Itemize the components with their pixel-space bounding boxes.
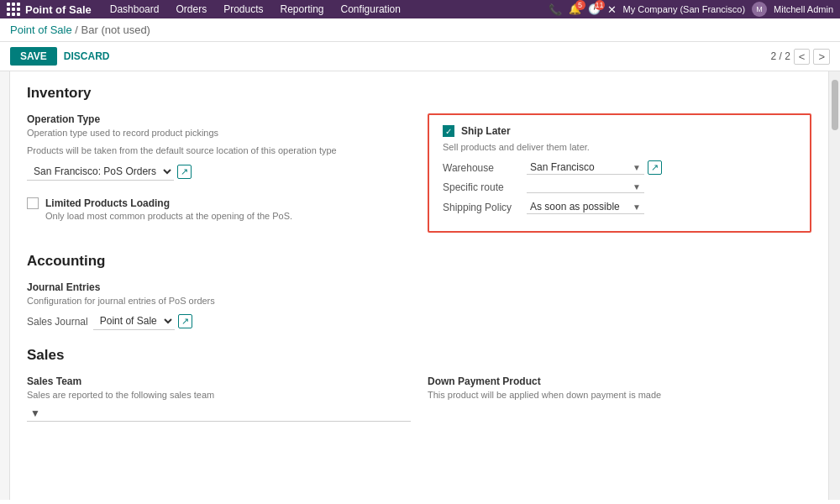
specific-route-field: Specific route ▼ xyxy=(443,181,796,193)
limited-products-checkbox[interactable] xyxy=(27,197,39,209)
ship-later-desc: Sell products and deliver them later. xyxy=(443,142,796,152)
limited-products-label: Limited Products Loading xyxy=(45,197,292,209)
navbar: Point of Sale Dashboard Orders Products … xyxy=(0,0,840,18)
warehouse-field: Warehouse San Francisco ▼ ↗ xyxy=(443,160,796,175)
warehouse-value-wrapper[interactable]: San Francisco ▼ xyxy=(527,160,644,175)
nav-configuration[interactable]: Configuration xyxy=(333,0,409,18)
save-button[interactable]: SAVE xyxy=(10,47,57,66)
breadcrumb-separator: / xyxy=(72,24,81,36)
operation-type-desc1: Operation type used to record product pi… xyxy=(27,127,411,139)
sales-journal-select-wrapper: Point of Sale ↗ xyxy=(93,312,192,330)
ship-later-box: Ship Later Sell products and deliver the… xyxy=(428,113,811,233)
inventory-title: Inventory xyxy=(27,85,811,102)
pagination-label: 2 / 2 xyxy=(770,50,790,62)
sales-team-label: Sales Team xyxy=(27,375,411,387)
close-icon[interactable]: ✕ xyxy=(607,3,617,16)
down-payment-label: Down Payment Product xyxy=(428,375,811,387)
inventory-section: Inventory Operation Type Operation type … xyxy=(27,85,811,233)
inventory-grid: Operation Type Operation type used to re… xyxy=(27,113,811,233)
right-sidebar xyxy=(828,71,840,500)
user-name: Mitchell Admin xyxy=(774,4,833,14)
sales-journal-label: Sales Journal xyxy=(27,316,88,328)
toolbar-right: 2 / 2 < > xyxy=(770,49,830,65)
warehouse-label: Warehouse xyxy=(443,162,527,174)
warehouse-dropdown-arrow: ▼ xyxy=(633,163,641,172)
prev-button[interactable]: < xyxy=(794,49,811,65)
notification-badge: 5 xyxy=(575,0,585,10)
ship-later-title: Ship Later xyxy=(461,125,511,137)
limited-products-row: Limited Products Loading Only load most … xyxy=(27,197,411,221)
limited-products-desc: Only load most common products at the op… xyxy=(45,211,292,221)
phone-icon[interactable]: 📞 xyxy=(549,3,562,16)
down-payment-group: Down Payment Product This product will b… xyxy=(428,375,811,421)
sales-title: Sales xyxy=(27,347,811,364)
notification-icon[interactable]: 🔔 5 xyxy=(569,3,581,15)
left-sidebar xyxy=(0,71,10,500)
operation-type-group: Operation Type Operation type used to re… xyxy=(27,113,411,233)
nav-products[interactable]: Products xyxy=(215,0,271,18)
limited-products-info: Limited Products Loading Only load most … xyxy=(45,197,292,221)
breadcrumb-current: Bar (not used) xyxy=(81,24,150,36)
sales-section: Sales Sales Team Sales are reported to t… xyxy=(27,347,811,433)
operation-type-label: Operation Type xyxy=(27,113,411,125)
next-button[interactable]: > xyxy=(813,49,830,65)
journal-entries-desc: Configuration for journal entries of PoS… xyxy=(27,295,811,307)
brand-label: Point of Sale xyxy=(25,3,92,16)
sales-grid: Sales Team Sales are reported to the fol… xyxy=(27,375,811,433)
sales-journal-link[interactable]: ↗ xyxy=(178,314,192,328)
down-payment-desc: This product will be applied when down p… xyxy=(428,389,811,402)
sales-team-arrow: ▼ xyxy=(30,407,40,419)
accounting-section: Accounting Journal Entries Configuration… xyxy=(27,253,811,330)
grid-icon xyxy=(7,3,20,16)
sales-journal-row: Sales Journal Point of Sale ↗ xyxy=(27,312,811,330)
navbar-right: 📞 🔔 5 🕐 11 ✕ My Company (San Francisco) … xyxy=(549,2,833,17)
shipping-policy-field: Shipping Policy As soon as possible ▼ xyxy=(443,200,796,214)
discard-button[interactable]: DISCARD xyxy=(64,50,110,62)
avatar[interactable]: M xyxy=(752,2,767,17)
shipping-policy-value: As soon as possible xyxy=(530,201,620,213)
nav-reporting[interactable]: Reporting xyxy=(272,0,333,18)
warehouse-link[interactable]: ↗ xyxy=(648,160,662,175)
operation-type-desc2: Products will be taken from the default … xyxy=(27,144,411,157)
operation-type-select[interactable]: San Francisco: PoS Orders xyxy=(27,163,174,181)
sales-team-desc: Sales are reported to the following sale… xyxy=(27,389,411,402)
accounting-title: Accounting xyxy=(27,253,811,270)
nav-orders[interactable]: Orders xyxy=(167,0,215,18)
sales-team-select[interactable]: ▼ xyxy=(27,407,411,422)
warehouse-value: San Francisco xyxy=(530,161,595,173)
toolbar: SAVE DISCARD 2 / 2 < > xyxy=(0,42,840,71)
specific-route-arrow: ▼ xyxy=(633,182,641,192)
navbar-brand[interactable]: Point of Sale xyxy=(7,3,92,16)
company-name: My Company (San Francisco) xyxy=(623,4,746,14)
operation-type-field: Operation Type Operation type used to re… xyxy=(27,113,411,181)
navbar-menu: Dashboard Orders Products Reporting Conf… xyxy=(102,0,549,18)
shipping-policy-arrow: ▼ xyxy=(633,202,641,212)
operation-type-link[interactable]: ↗ xyxy=(177,165,192,179)
shipping-policy-label: Shipping Policy xyxy=(443,202,527,213)
shipping-policy-value-wrapper[interactable]: As soon as possible ▼ xyxy=(527,200,644,214)
scrollbar-thumb[interactable] xyxy=(832,80,838,130)
clock-icon[interactable]: 🕐 11 xyxy=(588,3,601,15)
ship-later-checkbox[interactable] xyxy=(443,125,454,137)
main-content: Inventory Operation Type Operation type … xyxy=(0,71,840,500)
clock-badge: 11 xyxy=(595,0,605,10)
ship-later-header: Ship Later xyxy=(443,125,796,137)
specific-route-value-wrapper[interactable]: ▼ xyxy=(527,181,644,193)
nav-dashboard[interactable]: Dashboard xyxy=(102,0,168,18)
sales-team-group: Sales Team Sales are reported to the fol… xyxy=(27,375,411,421)
journal-entries-group: Journal Entries Configuration for journa… xyxy=(27,281,811,330)
specific-route-label: Specific route xyxy=(443,181,527,193)
sales-journal-select[interactable]: Point of Sale xyxy=(93,312,175,330)
breadcrumb-parent[interactable]: Point of Sale xyxy=(10,24,72,36)
content-area: Inventory Operation Type Operation type … xyxy=(10,71,828,500)
breadcrumb: Point of Sale / Bar (not used) xyxy=(0,18,840,42)
journal-entries-label: Journal Entries xyxy=(27,281,811,293)
operation-type-select-wrapper: San Francisco: PoS Orders ↗ xyxy=(27,163,192,181)
